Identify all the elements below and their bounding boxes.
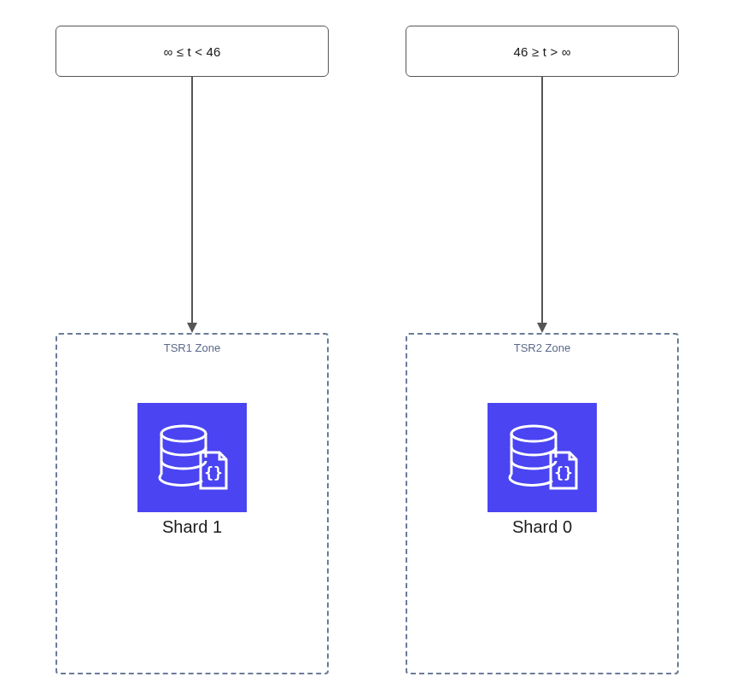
database-json-svg: {} [499, 415, 585, 500]
database-json-svg: {} [149, 415, 235, 500]
arrow-head-left [187, 323, 197, 333]
arrow-line-right [541, 77, 543, 324]
zone-box-left: TSR1 Zone {} Shard 1 [55, 333, 329, 674]
arrow-head-right [537, 323, 547, 333]
zone-box-right: TSR2 Zone {} Shard 0 [406, 333, 679, 674]
svg-point-2 [511, 426, 556, 441]
condition-text-right: 46 ≥ t > ∞ [513, 44, 570, 59]
condition-box-right: 46 ≥ t > ∞ [406, 26, 679, 77]
svg-text:{}: {} [554, 464, 573, 481]
zone-title-left: TSR1 Zone [57, 341, 327, 354]
database-json-icon: {} [488, 403, 597, 512]
database-json-icon: {} [137, 403, 247, 512]
arrow-line-left [191, 77, 193, 324]
svg-text:{}: {} [204, 464, 223, 481]
zone-title-right: TSR2 Zone [407, 341, 677, 354]
condition-box-left: ∞ ≤ t < 46 [55, 26, 329, 77]
shard-label-right: Shard 0 [407, 517, 677, 537]
shard-label-left: Shard 1 [57, 517, 327, 537]
svg-point-0 [161, 426, 206, 441]
condition-text-left: ∞ ≤ t < 46 [163, 44, 220, 59]
